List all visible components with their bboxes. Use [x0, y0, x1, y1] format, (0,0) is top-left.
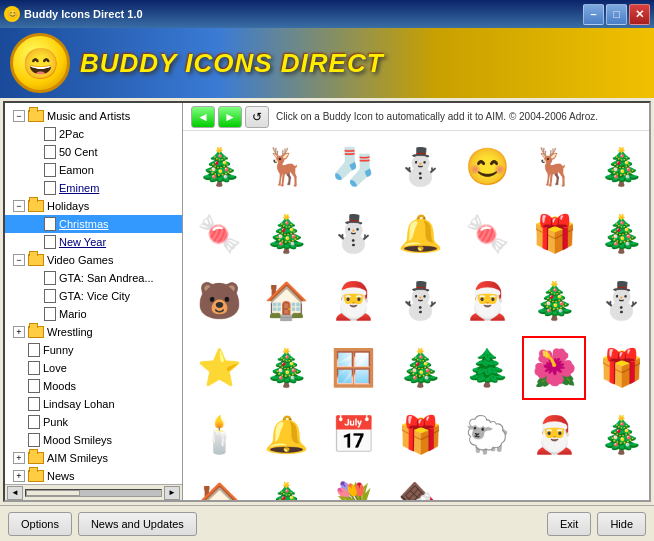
icon-cell-6[interactable]: 🦌 [522, 135, 586, 199]
sidebar-item-mario[interactable]: Mario [5, 305, 182, 323]
tree-expander-aim-smileys[interactable]: + [13, 452, 25, 464]
sidebar-item-holidays[interactable]: −Holidays [5, 197, 182, 215]
icon-cell-23[interactable]: 🎄 [254, 336, 318, 400]
icon-cell-35[interactable]: 🎄 [589, 403, 649, 467]
icon-cell-3[interactable]: 🧦 [321, 135, 385, 199]
icon-cell-5[interactable]: 😊 [455, 135, 519, 199]
icon-cell-1[interactable]: 🎄 [187, 135, 251, 199]
sidebar-scrollbar: ◄ ► [5, 484, 182, 500]
tree-expander-news[interactable]: + [13, 470, 25, 482]
sidebar-item-moods[interactable]: Moods [5, 377, 182, 395]
icon-emoji-29: 🕯️ [197, 417, 242, 453]
icon-emoji-3: 🧦 [331, 149, 376, 185]
news-updates-button[interactable]: News and Updates [78, 512, 197, 536]
icon-cell-30[interactable]: 🔔 [254, 403, 318, 467]
icon-cell-16[interactable]: 🏠 [254, 269, 318, 333]
back-button[interactable]: ◄ [191, 106, 215, 128]
tree-expander-wrestling[interactable]: + [13, 326, 25, 338]
title-bar-left: 😊 Buddy Icons Direct 1.0 [4, 6, 143, 22]
icon-cell-2[interactable]: 🦌 [254, 135, 318, 199]
icon-cell-24[interactable]: 🪟 [321, 336, 385, 400]
icon-cell-36[interactable]: 🏠 [187, 470, 251, 500]
icon-cell-34[interactable]: 🎅 [522, 403, 586, 467]
sidebar-item-aim-smileys[interactable]: +AIM Smileys [5, 449, 182, 467]
icon-cell-31[interactable]: 📅 [321, 403, 385, 467]
icon-cell-9[interactable]: 🎄 [254, 202, 318, 266]
icon-cell-13[interactable]: 🎁 [522, 202, 586, 266]
scroll-thumb[interactable] [26, 490, 80, 496]
icon-cell-39[interactable]: 🍫 [388, 470, 452, 500]
icon-cell-27[interactable]: 🌺 [522, 336, 586, 400]
scroll-right-button[interactable]: ► [164, 486, 180, 500]
sidebar-item-eamon[interactable]: Eamon [5, 161, 182, 179]
sidebar-label-eamon: Eamon [59, 164, 94, 176]
icon-cell-25[interactable]: 🎄 [388, 336, 452, 400]
icon-cell-32[interactable]: 🎁 [388, 403, 452, 467]
icon-emoji-32: 🎁 [398, 417, 443, 453]
icon-cell-26[interactable]: 🌲 [455, 336, 519, 400]
icon-cell-38[interactable]: 💐 [321, 470, 385, 500]
icon-cell-11[interactable]: 🔔 [388, 202, 452, 266]
close-button[interactable]: ✕ [629, 4, 650, 25]
sidebar-item-newyear[interactable]: New Year [5, 233, 182, 251]
refresh-button[interactable]: ↺ [245, 106, 269, 128]
sidebar-item-wrestling[interactable]: +Wrestling [5, 323, 182, 341]
icon-emoji-28: 🎁 [599, 350, 644, 386]
options-button[interactable]: Options [8, 512, 72, 536]
icons-panel[interactable]: 🎄🦌🧦⛄😊🦌🎄🍬🎄⛄🔔🍬🎁🎄🐻🏠🎅⛄🎅🎄⛄⭐🎄🪟🎄🌲🌺🎁🕯️🔔📅🎁🐑🎅🎄🏠🎄💐🍫 [183, 131, 649, 500]
minimize-button[interactable]: – [583, 4, 604, 25]
sidebar-item-punk[interactable]: Punk [5, 413, 182, 431]
sidebar-item-funny[interactable]: Funny [5, 341, 182, 359]
icon-emoji-16: 🏠 [264, 283, 309, 319]
icon-cell-18[interactable]: ⛄ [388, 269, 452, 333]
sidebar-item-news[interactable]: +News [5, 467, 182, 484]
sidebar-item-mood-smileys[interactable]: Mood Smileys [5, 431, 182, 449]
sidebar-item-50cent[interactable]: 50 Cent [5, 143, 182, 161]
icon-cell-7[interactable]: 🎄 [589, 135, 649, 199]
sidebar-item-gta-vc[interactable]: GTA: Vice City [5, 287, 182, 305]
sidebar-item-2pac[interactable]: 2Pac [5, 125, 182, 143]
sidebar-item-eminem[interactable]: Eminem [5, 179, 182, 197]
icon-emoji-8: 🍬 [197, 216, 242, 252]
icon-emoji-25: 🎄 [398, 350, 443, 386]
maximize-button[interactable]: □ [606, 4, 627, 25]
icon-cell-4[interactable]: ⛄ [388, 135, 452, 199]
icon-cell-19[interactable]: 🎅 [455, 269, 519, 333]
icon-cell-14[interactable]: 🎄 [589, 202, 649, 266]
hide-button[interactable]: Hide [597, 512, 646, 536]
sidebar-item-music-artists[interactable]: −Music and Artists [5, 107, 182, 125]
forward-button[interactable]: ► [218, 106, 242, 128]
icon-cell-22[interactable]: ⭐ [187, 336, 251, 400]
sidebar-label-2pac: 2Pac [59, 128, 84, 140]
icon-cell-8[interactable]: 🍬 [187, 202, 251, 266]
icon-cell-29[interactable]: 🕯️ [187, 403, 251, 467]
scroll-left-button[interactable]: ◄ [7, 486, 23, 500]
icon-cell-15[interactable]: 🐻 [187, 269, 251, 333]
sidebar-tree: −Music and Artists2Pac50 CentEamonEminem… [5, 103, 182, 484]
tree-expander-music-artists[interactable]: − [13, 110, 25, 122]
icon-cell-21[interactable]: ⛄ [589, 269, 649, 333]
sidebar-item-video-games[interactable]: −Video Games [5, 251, 182, 269]
exit-button[interactable]: Exit [547, 512, 591, 536]
icon-emoji-27: 🌺 [532, 350, 577, 386]
app-logo-smiley: 😄 [10, 33, 70, 93]
icon-cell-37[interactable]: 🎄 [254, 470, 318, 500]
icon-cell-17[interactable]: 🎅 [321, 269, 385, 333]
sidebar-item-love[interactable]: Love [5, 359, 182, 377]
icon-cell-12[interactable]: 🍬 [455, 202, 519, 266]
tree-expander-holidays[interactable]: − [13, 200, 25, 212]
sidebar-item-gta-sa[interactable]: GTA: San Andrea... [5, 269, 182, 287]
tree-expander-video-games[interactable]: − [13, 254, 25, 266]
title-bar-text: Buddy Icons Direct 1.0 [24, 8, 143, 20]
sidebar-item-christmas[interactable]: Christmas [5, 215, 182, 233]
icon-cell-10[interactable]: ⛄ [321, 202, 385, 266]
icon-emoji-17: 🎅 [331, 283, 376, 319]
icon-cell-28[interactable]: 🎁 [589, 336, 649, 400]
icon-cell-20[interactable]: 🎄 [522, 269, 586, 333]
icon-emoji-18: ⛄ [398, 283, 443, 319]
icon-emoji-20: 🎄 [532, 283, 577, 319]
icon-emoji-22: ⭐ [197, 350, 242, 386]
sidebar-item-lindsay[interactable]: Lindsay Lohan [5, 395, 182, 413]
icon-emoji-12: 🍬 [465, 216, 510, 252]
icon-cell-33[interactable]: 🐑 [455, 403, 519, 467]
